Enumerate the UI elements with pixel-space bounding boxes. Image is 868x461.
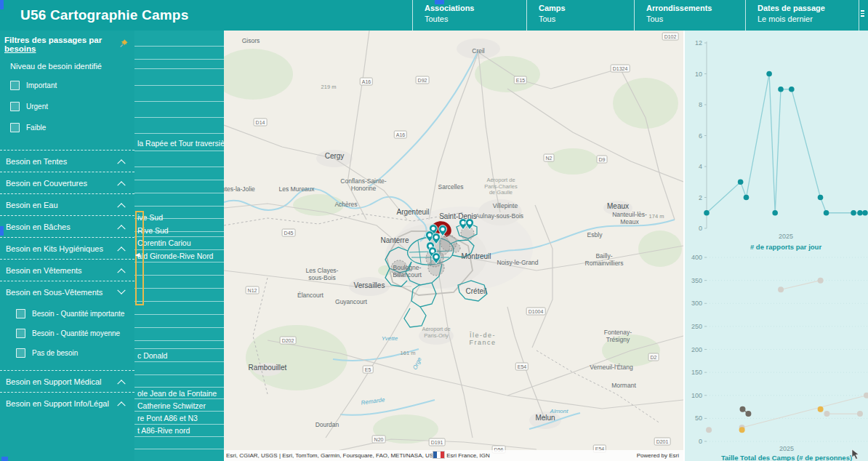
- list-item[interactable]: t A86-Rive nord: [137, 425, 190, 437]
- map-label: Villepinte: [493, 203, 518, 210]
- need-level-option[interactable]: Faible: [0, 117, 134, 138]
- list-separator: [134, 151, 224, 151]
- filters-pane: Filtres des passages par besoins Niveau …: [0, 31, 134, 461]
- pushpin-icon[interactable]: [119, 38, 129, 51]
- checkbox[interactable]: [16, 348, 25, 358]
- section-besoin-en-support-m-dical[interactable]: Besoin en Support Médical: [0, 370, 134, 392]
- list-separator: [134, 374, 224, 375]
- filter-camps[interactable]: CampsTous: [526, 0, 634, 31]
- list-separator: [134, 193, 224, 193]
- series-gray-point: [824, 411, 829, 417]
- list-separator: [134, 68, 224, 69]
- map-visual[interactable]: GisorsCreil219 mCergyMantes-la-JolieLes …: [224, 31, 683, 461]
- data-point: [772, 210, 778, 216]
- section-label: Besoin en Eau: [6, 201, 58, 209]
- y-tick-label: 4: [699, 163, 702, 170]
- section-besoin-en-tentes[interactable]: Besoin en Tentes: [0, 150, 134, 172]
- section-label: Besoin en Vêtements: [6, 266, 82, 275]
- need-level-option[interactable]: Important: [0, 75, 134, 96]
- filter-dates-de-passage[interactable]: Dates de passageLe mois dernier: [745, 0, 859, 31]
- section-besoin-en-sous-v-tements[interactable]: Besoin en Sous-Vêtements: [0, 281, 134, 302]
- checkbox[interactable]: [16, 309, 25, 318]
- map-label: 161 m: [401, 350, 416, 357]
- chevron-up-icon[interactable]: [117, 181, 125, 189]
- besoins-link[interactable]: besoins: [4, 44, 36, 53]
- reports-per-day-chart[interactable]: 0246810122025# de rapports par jour: [685, 31, 868, 254]
- x-axis-label: 2025: [779, 445, 794, 452]
- filter-arrondissements[interactable]: ArrondissementsTous: [634, 0, 745, 31]
- need-level-option[interactable]: Urgent: [0, 96, 134, 117]
- y-tick-label: 100: [691, 392, 702, 399]
- chevron-up-icon[interactable]: [117, 246, 125, 254]
- list-separator: [134, 348, 224, 349]
- list-separator: [134, 449, 224, 449]
- camp-size-chart[interactable]: 0501001502002503003504002025Taille Total…: [685, 254, 868, 461]
- list-separator: [134, 180, 224, 180]
- checkbox[interactable]: [10, 81, 20, 90]
- pin-dot: [462, 221, 465, 225]
- section-besoin-en-support-info-l-gal[interactable]: Besoin en Support Info/Légal: [0, 392, 134, 414]
- map-label: Noisy-le-Grand: [497, 260, 538, 267]
- list-separator: [134, 206, 224, 207]
- list-item[interactable]: ald Gironde-Rive Nord: [137, 250, 213, 262]
- section-besoin-en-couvertures[interactable]: Besoin en Couvertures: [0, 172, 134, 193]
- section-option[interactable]: Besoin - Quantité moyenne: [0, 324, 134, 343]
- chevron-up-icon[interactable]: [117, 225, 125, 233]
- section-besoin-en-v-tements[interactable]: Besoin en Vêtements: [0, 259, 134, 281]
- list-item[interactable]: re Pont A86 et N3: [137, 412, 198, 425]
- checkbox[interactable]: [16, 329, 25, 338]
- list-separator: [134, 101, 224, 102]
- france-flag-icon[interactable]: [433, 451, 445, 459]
- data-point: [818, 195, 824, 201]
- chevron-up-icon[interactable]: [117, 159, 125, 167]
- chevron-up-icon[interactable]: [117, 203, 125, 211]
- section-option[interactable]: Besoin - Quantité importante: [0, 304, 134, 324]
- chevron-up-icon[interactable]: [117, 268, 125, 276]
- checkbox-label: Faible: [26, 124, 46, 132]
- road-shield: D2: [648, 353, 659, 361]
- series-yellow-point: [739, 427, 745, 433]
- page-title: U56 Cartographie Camps: [20, 7, 188, 23]
- collapse-pane-arrow-icon[interactable]: ◀: [135, 252, 140, 258]
- connector-line: [742, 396, 867, 428]
- y-tick-label: 250: [691, 323, 702, 330]
- focus-fragment: [1, 457, 8, 461]
- focus-fragment: [435, 0, 444, 4]
- list-separator: [134, 327, 224, 328]
- list-separator: [134, 59, 224, 60]
- road-shield: A16: [360, 78, 373, 86]
- section-besoin-en-eau[interactable]: Besoin en Eau: [0, 193, 134, 215]
- list-separator: [134, 117, 224, 118]
- y-tick-label: 300: [691, 300, 702, 307]
- map-label: Aéroport de Paris-Charles de Gaulle: [484, 177, 517, 196]
- map-label: Élancourt: [297, 292, 324, 300]
- section-besoin-en-b-ches[interactable]: Besoin en Bâches: [0, 215, 134, 237]
- list-item[interactable]: Catherine Schwitzer: [137, 400, 206, 412]
- attribution-text: Esri, CGIAR, USGS | Esri, TomTom, Garmin…: [224, 452, 490, 459]
- checkbox[interactable]: [10, 102, 20, 111]
- filter-associations[interactable]: AssociationsToutes: [412, 0, 526, 31]
- pin-dot: [435, 236, 438, 239]
- cluster-circle[interactable]: [451, 244, 460, 252]
- filter-value: Tous: [539, 15, 634, 23]
- list-item[interactable]: ole Jean de la Fontaine: [137, 388, 217, 400]
- chevron-down-icon[interactable]: [117, 286, 125, 294]
- checkbox[interactable]: [10, 123, 20, 132]
- list-item[interactable]: c Donald: [137, 350, 167, 362]
- list-item[interactable]: Corentin Cariou: [137, 237, 191, 249]
- data-point: [744, 195, 750, 201]
- chevron-up-icon[interactable]: [117, 380, 125, 388]
- list-separator: [134, 288, 224, 289]
- filter-more-icon[interactable]: [859, 0, 865, 31]
- section-besoin-en-kits-hygi-niques[interactable]: Besoin en Kits Hygiéniques: [0, 237, 134, 259]
- section-option[interactable]: Pas de besoin: [0, 343, 134, 363]
- map-label: Argenteuil: [396, 208, 429, 217]
- chevron-up-icon[interactable]: [117, 401, 125, 409]
- map-label: 219 m: [321, 84, 337, 91]
- list-separator: [134, 133, 224, 134]
- water-label: Yvette: [382, 335, 398, 342]
- list-item[interactable]: la Rapée et Tour traversière: [137, 137, 224, 150]
- section-label: Besoin en Sous-Vêtements: [6, 288, 103, 297]
- map-label: Saint-Denis: [439, 212, 477, 221]
- powered-by-esri[interactable]: Powered by Esri: [637, 452, 683, 459]
